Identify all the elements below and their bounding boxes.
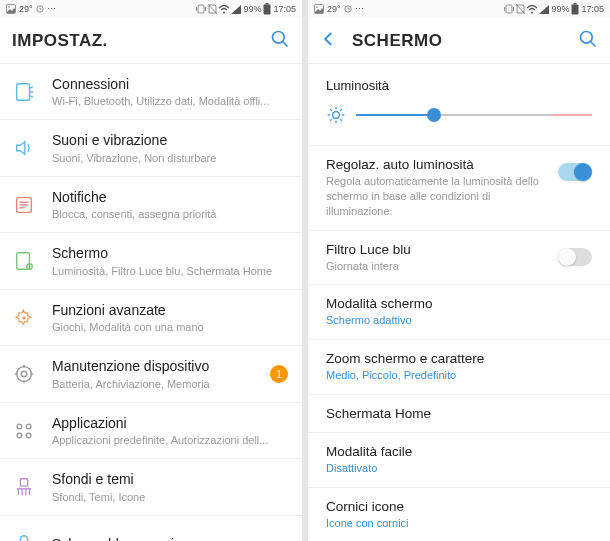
search-button[interactable] xyxy=(578,29,598,53)
brightness-icon xyxy=(326,105,346,125)
row-sounds[interactable]: Suoni e vibrazione Suoni, Vibrazione, No… xyxy=(0,120,302,176)
search-icon xyxy=(270,29,290,49)
row-sub: Giornata intera xyxy=(326,259,548,274)
row-title: Applicazioni xyxy=(52,414,288,432)
battery-icon xyxy=(571,3,579,15)
clock-label: 17:05 xyxy=(581,4,604,14)
more-icon: ⋯ xyxy=(47,4,56,14)
display-settings-screen: 29° ⋯ 99% 17:05 SCHERMO Luminosità xyxy=(308,0,610,541)
row-sub: Disattivato xyxy=(326,461,592,476)
toggle-auto-brightness[interactable] xyxy=(558,163,592,181)
row-connections[interactable]: Connessioni Wi-Fi, Bluetooth, Utilizzo d… xyxy=(0,64,302,120)
svg-point-31 xyxy=(17,433,22,438)
row-advanced[interactable]: Funzioni avanzate Giochi, Modalità con u… xyxy=(0,290,302,346)
row-title: Cornici icone xyxy=(326,499,592,514)
no-sim-icon xyxy=(516,4,525,14)
page-title: SCHERMO xyxy=(352,31,578,51)
row-sub: Icone con cornici xyxy=(326,516,592,531)
notifications-icon xyxy=(12,193,36,217)
row-title: Filtro Luce blu xyxy=(326,242,548,257)
svg-point-23 xyxy=(17,367,32,382)
row-sub: Regola automaticamente la luminosità del… xyxy=(326,174,548,219)
svg-point-32 xyxy=(26,433,31,438)
row-themes[interactable]: Sfondi e temi Sfondi, Temi, Icone xyxy=(0,459,302,515)
settings-main-screen: 29° ⋯ 99% 17:05 IMPOSTAZ. Connessioni W xyxy=(0,0,302,541)
search-button[interactable] xyxy=(270,29,290,53)
row-easy-mode[interactable]: Modalità facile Disattivato xyxy=(308,433,610,488)
svg-point-50 xyxy=(581,31,593,43)
row-blue-light[interactable]: Filtro Luce blu Giornata intera xyxy=(308,231,610,286)
row-screen-mode[interactable]: Modalità schermo Schermo adattivo xyxy=(308,285,610,340)
row-title: Sfondi e temi xyxy=(52,470,288,488)
row-notifications[interactable]: Notifiche Blocca, consenti, assegna prio… xyxy=(0,177,302,233)
lock-icon xyxy=(12,532,36,541)
svg-rect-48 xyxy=(572,5,579,15)
display-list: Luminosità Regolaz. auto luminosità Rego… xyxy=(308,64,610,541)
row-zoom-font[interactable]: Zoom schermo e carattere Medio, Piccolo,… xyxy=(308,340,610,395)
row-title: Funzioni avanzate xyxy=(52,301,288,319)
status-bar: 29° ⋯ 99% 17:05 xyxy=(0,0,302,18)
row-title: Scherm. blocco e sicurezza xyxy=(52,535,288,541)
svg-rect-17 xyxy=(17,253,30,270)
slider-track[interactable] xyxy=(356,114,592,116)
svg-rect-3 xyxy=(198,5,204,13)
row-maintenance[interactable]: Manutenzione dispositivo Batteria, Archi… xyxy=(0,346,302,402)
row-title: Suoni e vibrazione xyxy=(52,131,288,149)
row-home-screen[interactable]: Schermata Home xyxy=(308,395,610,433)
row-title: Zoom schermo e carattere xyxy=(326,351,592,366)
row-title: Regolaz. auto luminosità xyxy=(326,157,548,172)
svg-rect-43 xyxy=(506,5,512,13)
row-sub: Sfondi, Temi, Icone xyxy=(52,490,288,504)
toggle-blue-light[interactable] xyxy=(558,248,592,266)
row-sub: Medio, Piccolo, Predefinito xyxy=(326,368,592,383)
row-sub: Batteria, Archiviazione, Memoria xyxy=(52,377,264,391)
row-apps[interactable]: Applicazioni Applicazioni predefinite, A… xyxy=(0,403,302,459)
svg-line-58 xyxy=(340,119,342,121)
brightness-label: Luminosità xyxy=(308,64,610,99)
search-icon xyxy=(578,29,598,49)
brightness-slider[interactable] xyxy=(308,99,610,146)
back-button[interactable] xyxy=(320,30,338,52)
row-title: Manutenzione dispositivo xyxy=(52,357,264,375)
svg-point-1 xyxy=(8,6,10,8)
svg-point-41 xyxy=(316,6,318,8)
row-sub: Wi-Fi, Bluetooth, Utilizzo dati, Modalit… xyxy=(52,94,288,108)
svg-point-7 xyxy=(223,11,225,13)
themes-icon xyxy=(12,475,36,499)
row-title: Connessioni xyxy=(52,75,288,93)
apps-icon xyxy=(12,419,36,443)
row-title: Schermo xyxy=(52,244,288,262)
svg-rect-9 xyxy=(266,3,269,5)
row-sub: Applicazioni predefinite, Autorizzazioni… xyxy=(52,433,288,447)
row-lockscreen[interactable]: Scherm. blocco e sicurezza xyxy=(0,516,302,541)
battery-pct: 99% xyxy=(243,4,261,14)
badge: 1 xyxy=(270,365,288,383)
page-title: IMPOSTAZ. xyxy=(12,31,270,51)
settings-list: Connessioni Wi-Fi, Bluetooth, Utilizzo d… xyxy=(0,64,302,541)
row-title: Schermata Home xyxy=(326,406,592,421)
temp-label: 29° xyxy=(327,4,341,14)
clock-icon xyxy=(36,5,44,13)
connections-icon xyxy=(12,80,36,104)
row-display[interactable]: Schermo Luminosità, Filtro Luce blu, Sch… xyxy=(0,233,302,289)
vibrate-icon xyxy=(504,4,514,14)
svg-point-24 xyxy=(21,371,27,377)
chevron-left-icon xyxy=(320,30,338,48)
battery-icon xyxy=(263,3,271,15)
svg-point-10 xyxy=(273,31,285,43)
row-auto-brightness[interactable]: Regolaz. auto luminosità Regola automati… xyxy=(308,146,610,231)
row-sub: Luminosità, Filtro Luce blu, Schermata H… xyxy=(52,264,288,278)
svg-rect-12 xyxy=(17,83,30,100)
sound-icon xyxy=(12,136,36,160)
svg-point-29 xyxy=(17,424,22,429)
header: SCHERMO xyxy=(308,18,610,64)
header: IMPOSTAZ. xyxy=(0,18,302,64)
svg-rect-33 xyxy=(20,479,27,486)
svg-rect-49 xyxy=(574,3,577,5)
wifi-icon xyxy=(527,5,537,14)
row-icon-frames[interactable]: Cornici icone Icone con cornici xyxy=(308,488,610,541)
image-icon xyxy=(6,4,16,14)
advanced-icon xyxy=(12,306,36,330)
temp-label: 29° xyxy=(19,4,33,14)
slider-thumb[interactable] xyxy=(427,108,441,122)
